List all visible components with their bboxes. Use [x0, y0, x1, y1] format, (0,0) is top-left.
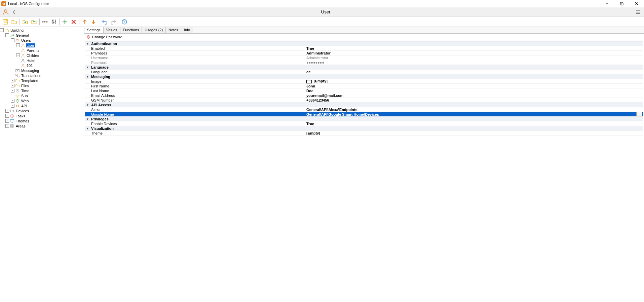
tree-node-messaging[interactable]: Messaging [11, 68, 84, 73]
open-icon[interactable] [10, 18, 18, 26]
tree-node-api[interactable]: +API [11, 103, 84, 108]
chevron-down-icon: ▾ [85, 127, 90, 130]
group-visualization[interactable]: ▾Visualization [85, 126, 643, 131]
svg-rect-52 [12, 124, 14, 125]
svg-rect-53 [10, 126, 12, 127]
user-icon [2, 8, 9, 16]
add-icon[interactable] [61, 18, 69, 26]
svg-point-30 [22, 64, 24, 65]
group-language[interactable]: ▾Language [85, 65, 643, 70]
delete-icon[interactable] [70, 18, 78, 26]
tree-node-user[interactable]: +User [16, 43, 84, 48]
close-button[interactable] [629, 0, 644, 7]
sliders-icon[interactable] [50, 18, 58, 26]
export-icon[interactable] [30, 18, 38, 26]
maximize-button[interactable] [614, 0, 629, 7]
svg-point-16 [53, 22, 54, 23]
back-button[interactable] [11, 9, 17, 15]
envelope-icon [15, 68, 20, 73]
prop-first-name[interactable]: First NameJohn [85, 84, 643, 88]
undo-icon[interactable] [101, 18, 109, 26]
tab-values[interactable]: Values [103, 27, 120, 33]
svg-point-27 [22, 49, 24, 50]
tree-node-sun[interactable]: Sun [11, 93, 84, 98]
tree-node-web[interactable]: +Web [11, 98, 84, 103]
prop-google-home[interactable]: Google HomeGeneral\API\Google Smart Home… [85, 112, 643, 117]
titlebar: ✿ Local - bOS Configurator [0, 0, 644, 7]
person-icon [21, 53, 25, 58]
change-password-link[interactable]: Change Password [92, 35, 122, 39]
prop-image[interactable]: Image[Empty] [85, 79, 643, 84]
prop-enabled[interactable]: EnabledTrue [85, 46, 643, 51]
prop-email[interactable]: Email Addressyouremail@mail.com [85, 93, 643, 98]
tab-info[interactable]: Info [181, 27, 193, 33]
tree-panel: − Building − General [0, 27, 84, 302]
prop-password[interactable]: Password●●●●●●●● [85, 60, 643, 65]
sun-icon [15, 93, 20, 98]
tree-node-children[interactable]: +Children [16, 53, 84, 58]
svg-point-25 [18, 39, 19, 40]
svg-rect-54 [12, 126, 14, 127]
tree-node-themes[interactable]: +Themes [5, 118, 84, 123]
header-bar: User [0, 7, 644, 17]
tree-node-101[interactable]: 101 [16, 63, 84, 68]
prop-language[interactable]: Languagede [85, 70, 643, 74]
clock-icon [15, 88, 20, 93]
group-messaging[interactable]: ▾Messaging [85, 74, 643, 79]
image-placeholder-icon [306, 80, 312, 83]
browse-button[interactable]: … [636, 112, 642, 116]
move-up-icon[interactable] [81, 18, 89, 26]
prop-gsm[interactable]: GSM Number+3864123456 [85, 98, 643, 103]
tree-node-tasks[interactable]: +Tasks [5, 113, 84, 118]
users-icon [15, 38, 20, 43]
svg-point-24 [16, 39, 18, 40]
home-icon [4, 28, 9, 33]
minimize-button[interactable] [600, 0, 614, 7]
prop-enable-devices[interactable]: Enable DevicesTrue [85, 121, 643, 126]
tree-node-devices[interactable]: +Devices [5, 108, 84, 113]
tree-node-general[interactable]: − General [5, 33, 84, 38]
hamburger-menu-button[interactable] [634, 8, 642, 16]
tree-node-files[interactable]: +Files [11, 83, 84, 88]
tab-notes[interactable]: Notes [165, 27, 181, 33]
tab-settings[interactable]: Settings [84, 27, 104, 33]
svg-rect-49 [10, 119, 14, 122]
svg-point-15 [52, 20, 53, 21]
save-icon[interactable] [1, 18, 9, 26]
chevron-down-icon: ▾ [85, 42, 90, 45]
tree-node-time[interactable]: +Time [11, 88, 84, 93]
app-icon: ✿ [1, 1, 6, 6]
move-down-icon[interactable] [89, 18, 98, 26]
svg-point-43 [16, 105, 17, 107]
tree-node-users[interactable]: − Users [11, 38, 84, 43]
group-api-access[interactable]: ▾API Access [85, 103, 643, 107]
tree-node-parents[interactable]: Parents [16, 48, 84, 53]
group-authentication[interactable]: ▾Authentication [85, 41, 643, 46]
folder-icon [15, 78, 20, 83]
api-icon [15, 104, 20, 108]
import-icon[interactable] [21, 18, 29, 26]
prop-last-name[interactable]: Last NameDoe [85, 88, 643, 93]
prop-username[interactable]: UsernameAdministrator [85, 55, 643, 60]
tree-node-areas[interactable]: +Areas [5, 123, 84, 128]
redo-icon[interactable] [109, 18, 117, 26]
refresh-icon [86, 35, 91, 39]
tree-node-translations[interactable]: Translations [11, 73, 84, 78]
prop-privileges[interactable]: PrivilegesAdministrator [85, 51, 643, 55]
tools-icon [10, 33, 14, 38]
help-icon[interactable]: ? [120, 18, 128, 26]
folder-icon [15, 83, 20, 88]
tab-usages[interactable]: Usages (2) [142, 27, 166, 33]
svg-point-47 [12, 110, 12, 111]
tabs: Settings Values Functions Usages (2) Not… [84, 27, 644, 34]
svg-text:?: ? [123, 19, 126, 24]
tree-node-building[interactable]: − Building [0, 28, 84, 33]
group-privileges[interactable]: ▾Privileges [85, 117, 643, 121]
prop-theme[interactable]: Theme[Empty] [85, 131, 643, 136]
translations-icon [15, 73, 20, 78]
tree-node-templates[interactable]: +Templates [11, 78, 84, 83]
more-icon[interactable]: ••• [41, 18, 49, 26]
prop-alexa[interactable]: AlexaGeneral\API\Alexa\Endpoints [85, 107, 643, 112]
tab-functions[interactable]: Functions [120, 27, 142, 33]
tree-node-hotel[interactable]: Hotel [16, 58, 84, 63]
